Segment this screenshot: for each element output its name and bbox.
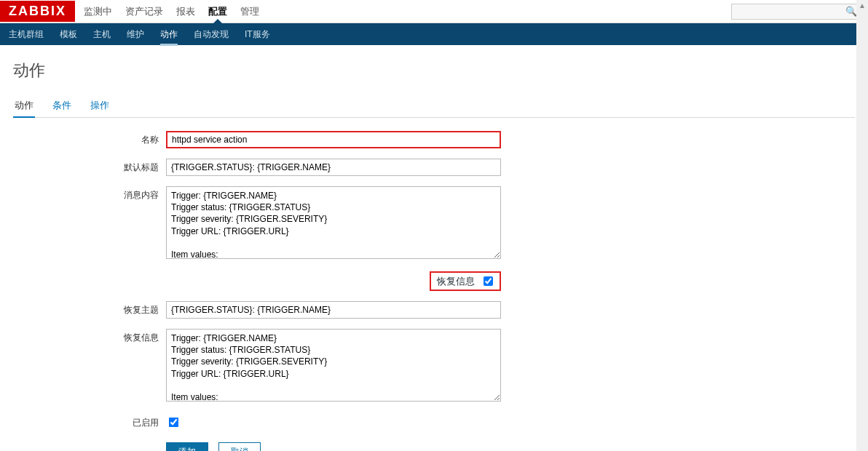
scroll-up-icon: ▲ [859, 1, 866, 9]
row-recovery-checkbox: 恢复信息 [13, 271, 501, 291]
search-input[interactable]: 🔍 [731, 4, 862, 20]
subnav-hostgroups[interactable]: 主机群组 [9, 23, 44, 46]
topnav: 监测中 资产记录 报表 配置 管理 [84, 1, 731, 23]
cancel-button[interactable]: 取消 [218, 442, 261, 451]
search-icon: 🔍 [845, 6, 857, 17]
label-default-message: 消息内容 [13, 186, 166, 201]
field-name [166, 131, 501, 148]
subnav-actions[interactable]: 动作 [160, 23, 178, 46]
subnav-itservices[interactable]: IT服务 [245, 23, 270, 46]
topnav-administration[interactable]: 管理 [240, 1, 259, 23]
default-subject-input[interactable] [166, 159, 501, 176]
subnav-templates[interactable]: 模板 [60, 23, 77, 46]
field-enabled [166, 414, 501, 429]
name-input[interactable] [166, 131, 501, 148]
enabled-checkbox[interactable] [169, 418, 179, 428]
form-buttons: 添加 取消 [166, 442, 501, 451]
label-recovery-message: 恢复信息 [13, 329, 166, 344]
topnav-inventory[interactable]: 资产记录 [125, 1, 163, 23]
tab-conditions[interactable]: 条件 [51, 95, 73, 117]
topnav-configuration[interactable]: 配置 [208, 1, 227, 23]
subnav-hosts[interactable]: 主机 [93, 23, 111, 46]
action-form: 名称 默认标题 消息内容 恢复信息 恢复主题 恢复信息 已启用 [13, 131, 855, 451]
label-enabled: 已启用 [13, 414, 166, 429]
tab-operations[interactable]: 操作 [89, 95, 111, 117]
field-default-message [166, 186, 501, 261]
field-recovery-message [166, 329, 501, 404]
page-title: 动作 [13, 60, 855, 81]
subnav: 主机群组 模板 主机 维护 动作 自动发现 IT服务 [0, 23, 868, 45]
field-default-subject [166, 159, 501, 176]
page: 动作 动作 条件 操作 名称 默认标题 消息内容 恢复信息 恢复主题 恢复信息 [0, 45, 868, 451]
topnav-monitoring[interactable]: 监测中 [84, 1, 112, 23]
label-default-subject: 默认标题 [13, 159, 166, 174]
subnav-maintenance[interactable]: 维护 [127, 23, 144, 46]
recovery-message-textarea[interactable] [166, 329, 501, 402]
label-recovery-subject: 恢复主题 [13, 301, 166, 316]
add-button[interactable]: 添加 [166, 442, 208, 451]
topnav-reports[interactable]: 报表 [176, 1, 195, 23]
label-name: 名称 [13, 131, 166, 146]
page-scrollbar[interactable]: ▲ [856, 0, 868, 451]
brand-logo: ZABBIX [0, 1, 75, 22]
recovery-subject-input[interactable] [166, 301, 501, 319]
topbar: ZABBIX 监测中 资产记录 报表 配置 管理 🔍 [0, 0, 868, 23]
tab-action[interactable]: 动作 [13, 95, 35, 118]
default-message-textarea[interactable] [166, 186, 501, 259]
recovery-checkbox[interactable] [484, 276, 493, 286]
tabs: 动作 条件 操作 [13, 95, 855, 118]
label-recovery-checkbox: 恢复信息 [437, 275, 475, 288]
subnav-discovery[interactable]: 自动发现 [194, 23, 229, 46]
field-recovery-subject [166, 301, 501, 319]
